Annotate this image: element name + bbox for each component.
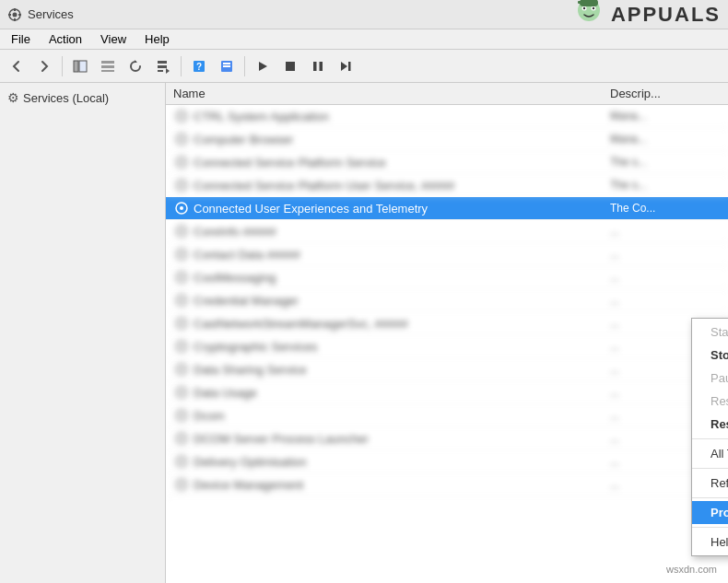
- services-local-icon: ⚙: [7, 90, 19, 105]
- service-icon: [173, 131, 190, 147]
- service-name-cell: Dcom: [194, 409, 610, 423]
- svg-rect-13: [74, 61, 78, 72]
- service-name-cell: CoreInfo #####: [194, 225, 610, 239]
- service-desc-cell: The s...: [610, 179, 721, 192]
- context-menu-separator: [692, 497, 728, 498]
- menu-help[interactable]: Help: [137, 30, 177, 48]
- export-button[interactable]: [150, 53, 176, 79]
- table-row[interactable]: CastNetworkStreamManagerSvc, #####...: [166, 312, 728, 335]
- table-row[interactable]: CoolMessaging...: [166, 266, 728, 289]
- svg-point-1: [13, 12, 18, 17]
- table-row[interactable]: Credential Manager...: [166, 289, 728, 312]
- context-menu-item-label: Stop: [710, 348, 728, 362]
- svg-rect-26: [223, 63, 230, 64]
- service-icon: [173, 361, 190, 378]
- svg-point-53: [180, 321, 183, 325]
- help-toolbar-icon: ?: [192, 59, 206, 74]
- context-menu-item-properties[interactable]: Properties: [692, 501, 728, 524]
- table-row[interactable]: Connected Service Platform User Service,…: [166, 174, 728, 197]
- svg-rect-33: [348, 62, 351, 71]
- context-menu-item-start: Start: [692, 321, 728, 344]
- table-row[interactable]: Cryptographic Services...: [166, 335, 728, 358]
- menu-action[interactable]: Action: [41, 30, 89, 48]
- context-menu-item-help[interactable]: Help: [692, 531, 728, 554]
- service-name-cell: CTRL System Application: [194, 110, 610, 123]
- svg-rect-30: [313, 62, 317, 71]
- svg-point-61: [180, 414, 183, 417]
- svg-point-35: [180, 114, 183, 118]
- back-button[interactable]: [4, 53, 29, 79]
- toggle-view-icon: [219, 59, 234, 74]
- step-icon: [338, 59, 353, 74]
- svg-point-39: [180, 160, 183, 164]
- service-desc-cell: Mana...: [610, 110, 721, 122]
- menu-file[interactable]: File: [4, 30, 38, 48]
- service-icon: [173, 177, 190, 193]
- help-toolbar-button[interactable]: ?: [186, 53, 212, 79]
- table-header: Name Descrip...: [166, 83, 728, 105]
- table-row[interactable]: Device Management...: [166, 473, 728, 496]
- context-menu-item-label: All Tasks: [710, 447, 728, 461]
- table-row[interactable]: CoreInfo #####...: [166, 220, 728, 243]
- table-row[interactable]: Data Usage...: [166, 381, 728, 404]
- svg-rect-17: [101, 70, 114, 72]
- left-panel: ⚙ Services (Local): [0, 83, 166, 583]
- table-row[interactable]: Contact Data #####...: [166, 243, 728, 266]
- svg-point-37: [180, 137, 183, 141]
- svg-marker-22: [166, 68, 170, 74]
- table-row[interactable]: Connected User Experiences and Telemetry…: [166, 197, 728, 220]
- right-panel: Name Descrip... CTRL System ApplicationM…: [166, 83, 728, 583]
- service-name-cell: Cryptographic Services: [194, 340, 610, 354]
- toolbar: ?: [0, 50, 728, 83]
- context-menu-item-label: Pause: [710, 371, 728, 385]
- service-name-cell: Credential Manager: [194, 294, 610, 308]
- table-row[interactable]: Connected Service Platform ServiceThe s.…: [166, 151, 728, 174]
- pause-button[interactable]: [305, 53, 331, 79]
- service-icon: [173, 223, 190, 239]
- table-row[interactable]: DCOM Server Process Launcher...: [166, 427, 728, 450]
- svg-rect-19: [158, 61, 167, 64]
- back-icon: [9, 59, 24, 74]
- context-menu-item-refresh[interactable]: Refresh: [692, 472, 728, 495]
- service-name-cell: Contact Data #####: [194, 248, 610, 262]
- service-icon: [173, 108, 190, 124]
- context-menu-separator: [692, 438, 728, 439]
- play-button[interactable]: [250, 53, 276, 79]
- svg-point-51: [180, 298, 183, 302]
- standard-view-button[interactable]: [95, 53, 121, 79]
- context-menu-item-restart[interactable]: Restart: [692, 413, 728, 436]
- svg-text:?: ?: [196, 62, 202, 72]
- window-title: Services: [28, 7, 74, 21]
- main-layout: ⚙ Services (Local) Name Descrip... CTRL …: [0, 83, 728, 583]
- toggle-view-button[interactable]: [214, 53, 240, 79]
- service-name-cell: Computer Browser: [194, 133, 610, 146]
- table-row[interactable]: CTRL System ApplicationMana...: [166, 105, 728, 128]
- stop-button[interactable]: [277, 53, 303, 79]
- service-name-cell: Connected Service Platform User Service,…: [194, 179, 610, 192]
- svg-marker-32: [341, 62, 347, 71]
- standard-view-icon: [100, 59, 115, 74]
- step-button[interactable]: [333, 53, 358, 79]
- table-row[interactable]: Dcom...: [166, 404, 728, 427]
- svg-point-49: [180, 275, 183, 279]
- service-desc-cell: ...: [610, 271, 721, 284]
- toolbar-separator-2: [181, 56, 182, 76]
- context-menu-item-stop[interactable]: Stop: [692, 344, 728, 367]
- context-menu-item-label: Start: [710, 325, 728, 339]
- table-row[interactable]: Computer BrowserMana...: [166, 128, 728, 151]
- svg-point-67: [180, 483, 183, 486]
- service-icon: [173, 338, 190, 355]
- forward-button[interactable]: [31, 53, 57, 79]
- menu-view[interactable]: View: [93, 30, 134, 48]
- table-row[interactable]: Data Sharing Service...: [166, 358, 728, 381]
- service-desc-cell: Mana...: [610, 133, 721, 146]
- refresh-toolbar-button[interactable]: [123, 53, 148, 79]
- table-row[interactable]: Delivery Optimisation...: [166, 450, 728, 473]
- svg-marker-28: [259, 62, 267, 71]
- service-name-cell: Device Management: [194, 478, 610, 492]
- svg-rect-11: [580, 0, 598, 6]
- toggle-tree-button[interactable]: [67, 53, 93, 79]
- refresh-toolbar-icon: [128, 59, 143, 74]
- context-menu-item-label: Resume: [710, 394, 728, 408]
- context-menu-item-all-tasks[interactable]: All Tasks›: [692, 442, 728, 465]
